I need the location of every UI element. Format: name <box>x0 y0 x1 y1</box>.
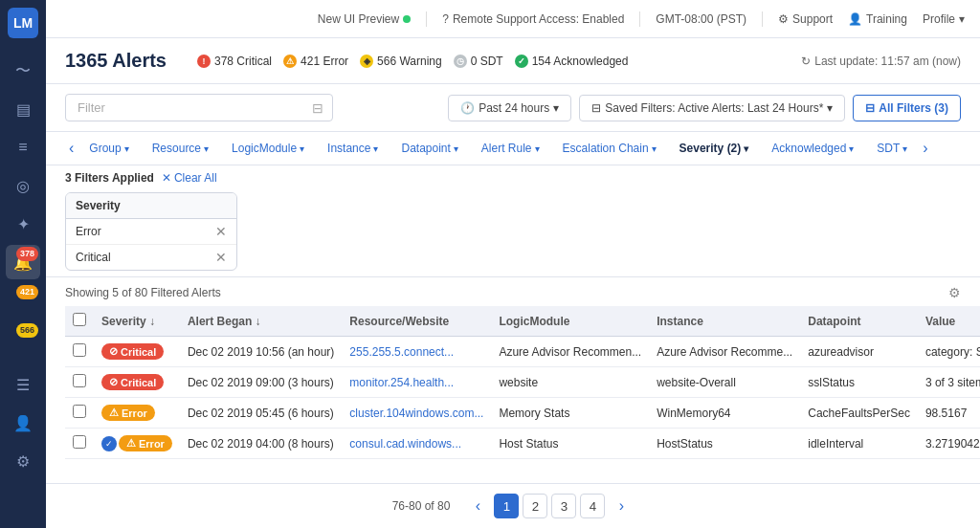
row-datapoint: sslStatus <box>800 367 918 398</box>
row-severity: ⊘ Critical <box>94 367 180 398</box>
row-checkbox[interactable] <box>73 435 86 449</box>
sidebar-item-warning[interactable]: 566 <box>6 321 40 356</box>
select-all-checkbox[interactable] <box>73 313 86 326</box>
sidebar-item-alerts[interactable]: 🔔 378 <box>6 245 40 279</box>
severity-badge: ⊘ Critical <box>101 374 164 390</box>
th-value: Value <box>918 306 980 337</box>
col-tab-datapoint[interactable]: Datapoint ▾ <box>390 134 469 163</box>
clear-all-btn[interactable]: ✕ Clear All <box>162 171 217 185</box>
col-tab-escalation[interactable]: Escalation Chain ▾ <box>551 134 668 163</box>
remove-error-btn[interactable]: ✕ <box>215 224 227 239</box>
saved-filters-btn[interactable]: ⊟ Saved Filters: Active Alerts: Last 24 … <box>579 95 845 121</box>
sidebar-item-settings[interactable]: ⚙ <box>6 444 40 478</box>
next-page-btn[interactable]: › <box>609 494 634 518</box>
all-filters-btn[interactable]: ⊟ All Filters (3) <box>853 95 961 121</box>
filters-applied-bar: 3 Filters Applied ✕ Clear All <box>65 171 256 185</box>
severity-error-label: Error <box>76 225 101 238</box>
table-area: Showing 5 of 80 Filtered Alerts ⚙ Severi… <box>46 277 980 483</box>
sidebar-item-reports[interactable]: ☰ <box>6 367 40 402</box>
resource-link[interactable]: consul.cad.windows... <box>349 437 461 451</box>
severity-error-item: Error ✕ <box>66 219 236 245</box>
row-checkbox-cell <box>65 367 94 398</box>
new-ui-preview[interactable]: New UI Preview <box>318 12 411 26</box>
severity-filter-box: Severity Error ✕ Critical ✕ <box>65 192 237 271</box>
table-settings-icon[interactable]: ⚙ <box>948 285 961 300</box>
row-instance: HostStatus <box>649 429 800 459</box>
sidebar-item-maps[interactable]: 👤 <box>6 406 40 440</box>
row-severity: ✓ ⚠ Error <box>94 429 180 459</box>
col-tabs-left-arrow[interactable]: ‹ <box>65 132 78 165</box>
training-link[interactable]: 👤 Training <box>848 12 907 26</box>
page-btn-3[interactable]: 3 <box>551 494 576 518</box>
col-tab-sdt[interactable]: SDT ▾ <box>865 134 919 163</box>
filter-actions: 🕐 Past 24 hours ▾ ⊟ Saved Filters: Activ… <box>448 95 961 121</box>
col-tab-instance[interactable]: Instance ▾ <box>316 134 390 163</box>
sidebar-item-error[interactable]: 421 <box>6 283 40 318</box>
col-tab-ack[interactable]: Acknowledged ▾ <box>760 134 865 163</box>
warning-icon: ◈ <box>360 55 373 68</box>
error-icon: ⚠ <box>283 55 297 68</box>
resource-link[interactable]: cluster.104windows.com... <box>349 407 483 420</box>
last-update-label: Last update: 11:57 am (now) <box>814 55 961 68</box>
th-severity[interactable]: Severity ↓ <box>94 306 180 337</box>
sidebar-item-globe[interactable]: ◎ <box>6 168 40 203</box>
severity-badge: ⚠ Error <box>101 405 155 421</box>
sdt-chevron: ▾ <box>902 143 907 154</box>
col-tab-resource[interactable]: Resource ▾ <box>141 134 220 163</box>
ack-count-label: 154 Acknowledged <box>532 55 629 68</box>
sidebar-item-topology[interactable]: ✦ <box>6 207 40 241</box>
ack-badge: ✓ <box>101 436 117 451</box>
row-resource[interactable]: consul.cad.windows... <box>342 429 491 459</box>
col-tabs-right-arrow[interactable]: › <box>919 132 931 165</box>
row-checkbox[interactable] <box>73 343 86 357</box>
row-logicmodule: website <box>491 367 649 398</box>
remove-critical-btn[interactable]: ✕ <box>215 250 227 265</box>
col-tab-logicmodule[interactable]: LogicModule ▾ <box>220 134 316 163</box>
row-resource[interactable]: 255.255.5.connect... <box>342 337 491 367</box>
all-filters-icon: ⊟ <box>865 101 875 115</box>
sidebar-logo[interactable]: LM <box>8 8 38 38</box>
severity-box-header: Severity <box>66 193 236 219</box>
filter-input[interactable] <box>65 94 333 121</box>
sidebar-item-dashboard[interactable]: 〜 <box>6 54 40 88</box>
row-resource[interactable]: cluster.104windows.com... <box>342 398 491 429</box>
remote-support[interactable]: ? Remote Support Access: Enabled <box>442 12 624 26</box>
prev-page-btn[interactable]: ‹ <box>465 494 490 518</box>
profile-link[interactable]: Profile ▾ <box>923 12 965 26</box>
col-tab-group[interactable]: Group ▾ <box>78 134 140 163</box>
page-btn-4[interactable]: 4 <box>580 494 605 518</box>
sidebar-item-logs[interactable]: ≡ <box>6 130 40 165</box>
page-header: 1365 Alerts ! 378 Critical ⚠ 421 Error ◈… <box>46 38 980 84</box>
row-logicmodule: Azure Advisor Recommen... <box>491 337 649 367</box>
sidebar-item-resources[interactable]: ▤ <box>6 92 40 126</box>
row-checkbox[interactable] <box>73 374 86 387</box>
filters-applied-text: 3 Filters Applied <box>65 171 154 185</box>
page-btn-2[interactable]: 2 <box>523 494 547 518</box>
time-filter-chevron: ▾ <box>553 101 559 115</box>
time-filter-btn[interactable]: 🕐 Past 24 hours ▾ <box>448 95 571 121</box>
main-content: New UI Preview ? Remote Support Access: … <box>46 0 980 528</box>
support-link[interactable]: ⚙ Support <box>778 12 833 26</box>
row-checkbox[interactable] <box>73 405 86 418</box>
resource-link[interactable]: 255.255.5.connect... <box>349 345 454 359</box>
sev-icon: ⊘ <box>109 345 118 358</box>
page-btn-1[interactable]: 1 <box>494 494 519 518</box>
saved-filters-chevron: ▾ <box>827 101 833 115</box>
saved-filter-icon: ⊟ <box>591 101 601 115</box>
row-datapoint: azureadvisor <box>800 337 918 367</box>
sev-icon: ⊘ <box>109 376 118 388</box>
col-tab-severity[interactable]: Severity (2) ▾ <box>668 134 761 163</box>
timezone[interactable]: GMT-08:00 (PST) <box>656 12 746 26</box>
refresh-icon: ↻ <box>801 55 811 68</box>
row-value: category: Security impact: Low i... <box>918 337 980 367</box>
th-alert-began[interactable]: Alert Began ↓ <box>180 306 342 337</box>
row-resource[interactable]: monitor.254.health... <box>342 367 491 398</box>
th-resource: Resource/Website <box>342 306 491 337</box>
col-tab-alertrule[interactable]: Alert Rule ▾ <box>470 134 551 163</box>
alert-table: Severity ↓ Alert Began ↓ Resource/Websit… <box>65 306 980 459</box>
count-critical: ! 378 Critical <box>197 55 272 68</box>
alertrule-chevron: ▾ <box>535 143 540 154</box>
resource-link[interactable]: monitor.254.health... <box>349 376 454 389</box>
badge-critical: 378 <box>16 247 38 261</box>
table-row: ✓ ⚠ Error Dec 02 2019 04:00 (8 hours) co… <box>65 429 980 459</box>
